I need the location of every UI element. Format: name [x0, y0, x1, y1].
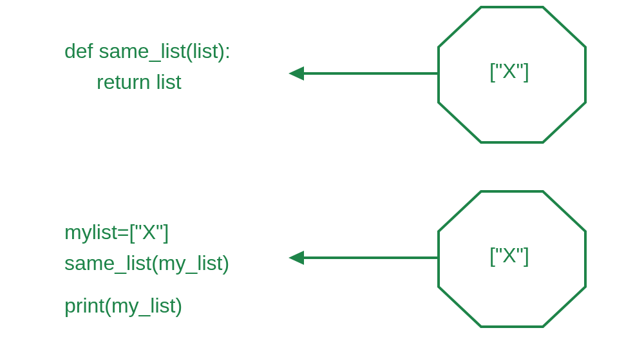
svg-marker-5	[289, 251, 304, 265]
arrow-bottom	[287, 245, 439, 273]
code-line: same_list(my_list)	[64, 247, 229, 278]
code-line: mylist=["X"]	[64, 217, 229, 247]
code-block-bottom: mylist=["X"] same_list(my_list) print(my…	[64, 217, 229, 321]
code-block-top: def same_list(list): return list	[64, 35, 231, 97]
code-line: def same_list(list):	[64, 35, 231, 66]
arrow-top	[287, 61, 439, 89]
code-line: return list	[64, 66, 231, 97]
octagon-label-bottom: ["X"]	[489, 244, 529, 267]
svg-marker-2	[289, 66, 304, 81]
octagon-label-top: ["X"]	[489, 59, 529, 83]
code-line: print(my_list)	[64, 290, 229, 321]
